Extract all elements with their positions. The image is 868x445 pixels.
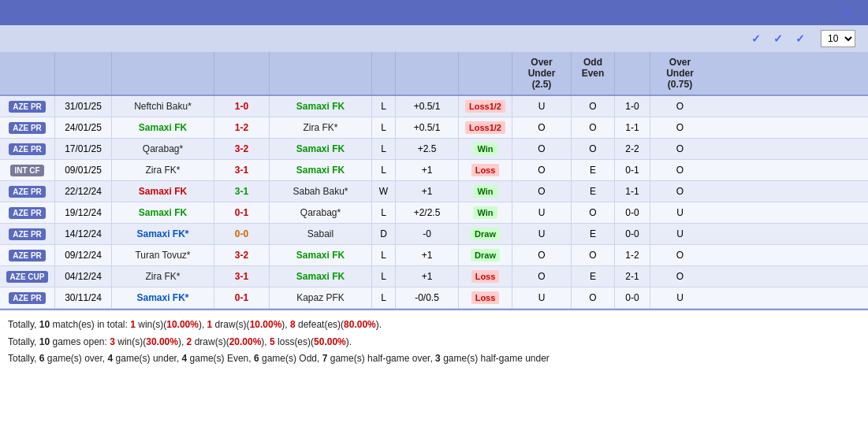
cell-ht: 1-2: [615, 245, 650, 265]
cell-oe: O: [572, 117, 615, 138]
cell-team2: Qarabag*: [270, 202, 372, 223]
cell-team2: Zira FK*: [270, 117, 372, 138]
footer-line3: Totally, 6 game(s) over, 4 game(s) under…: [8, 350, 860, 368]
filter-azecup[interactable]: ✓: [795, 32, 808, 45]
footer-line1: Totally, 10 match(es) in total: 1 win(s)…: [8, 317, 860, 334]
cell-odds: Loss: [459, 160, 512, 180]
cell-date: 09/01/25: [55, 160, 112, 180]
display-notes-check[interactable]: ✓: [844, 6, 854, 19]
cell-date: 19/12/24: [55, 202, 112, 223]
cell-date: 14/12/24: [55, 224, 112, 244]
cell-ou075: U: [650, 224, 710, 244]
cell-ou075: O: [650, 160, 710, 180]
cell-team2: Samaxi FK: [270, 160, 372, 180]
cell-ht: 0-0: [615, 224, 650, 244]
col-over-under-075: OverUnder(0.75): [650, 52, 710, 95]
cell-result: 1-0: [214, 96, 270, 117]
cell-team2: Samaxi FK: [270, 139, 372, 159]
cell-team1: Neftchi Baku*: [112, 96, 214, 117]
cell-date: 24/01/25: [55, 117, 112, 138]
cell-odds: Loss: [459, 287, 512, 308]
cell-date: 09/12/24: [55, 245, 112, 265]
cell-oe: E: [572, 160, 615, 180]
cell-result: 3-1: [214, 266, 270, 287]
cell-result: 3-2: [214, 245, 270, 265]
cell-ht: 2-2: [615, 139, 650, 159]
cell-ou075: O: [650, 96, 710, 117]
cell-wdl: L: [372, 96, 396, 117]
cell-handicap: +2/2.5: [396, 202, 459, 223]
col-over-under-25: OverUnder(2.5): [512, 52, 572, 95]
cell-team1: Samaxi FK*: [112, 224, 214, 244]
table-row: AZE PR 30/11/24 Samaxi FK* 0-1 Kapaz PFK…: [0, 287, 868, 309]
filter-intcf[interactable]: ✓: [751, 32, 764, 45]
cell-ou25: O: [512, 245, 572, 265]
col-wdl: [372, 52, 396, 95]
cell-badge: AZE PR: [0, 181, 55, 202]
table-row: AZE PR 17/01/25 Qarabag* 3-2 Samaxi FK L…: [0, 139, 868, 160]
cell-handicap: -0: [396, 224, 459, 244]
cell-oe: O: [572, 245, 615, 265]
cell-ht: 0-1: [615, 160, 650, 180]
cell-oe: O: [572, 96, 615, 117]
cell-handicap: +1: [396, 266, 459, 287]
table-row: AZE PR 09/12/24 Turan Tovuz* 3-2 Samaxi …: [0, 245, 868, 266]
cell-team2: Samaxi FK: [270, 245, 372, 265]
cell-handicap: -0/0.5: [396, 287, 459, 308]
cell-ou075: O: [650, 139, 710, 159]
filter-azepr[interactable]: ✓: [773, 32, 786, 45]
cell-team2: Sabail: [270, 224, 372, 244]
cell-ht: 2-1: [615, 266, 650, 287]
col-team2: [270, 52, 372, 95]
azecup-check: ✓: [795, 32, 805, 45]
cell-result: 0-1: [214, 202, 270, 223]
cell-result: 1-2: [214, 117, 270, 138]
cell-odds: Loss1/2: [459, 117, 512, 138]
column-headers: OverUnder(2.5) OddEven OverUnder(0.75): [0, 52, 868, 96]
cell-handicap: +1: [396, 181, 459, 202]
cell-team1: Samaxi FK*: [112, 287, 214, 308]
cell-odds: Loss1/2: [459, 96, 512, 117]
cell-odds: Draw: [459, 245, 512, 265]
cell-ht: 0-0: [615, 287, 650, 308]
cell-wdl: L: [372, 287, 396, 308]
cell-date: 22/12/24: [55, 181, 112, 202]
cell-wdl: D: [372, 224, 396, 244]
table-row: AZE PR 22/12/24 Samaxi FK 3-1 Sabah Baku…: [0, 181, 868, 202]
cell-handicap: +0.5/1: [396, 96, 459, 117]
table-row: AZE PR 14/12/24 Samaxi FK* 0-0 Sabail D …: [0, 224, 868, 245]
footer-line2: Totally, 10 games open: 3 win(s)(30.00%)…: [8, 334, 860, 351]
cell-handicap: +1: [396, 160, 459, 180]
cell-team1: Zira FK*: [112, 266, 214, 287]
cell-team2: Sabah Baku*: [270, 181, 372, 202]
cell-ou25: O: [512, 160, 572, 180]
cell-badge: AZE PR: [0, 202, 55, 223]
main-container: ✓ ✓ ✓ ✓ 10 20 30: [0, 0, 868, 374]
cell-badge: AZE PR: [0, 117, 55, 138]
cell-handicap: +1: [396, 245, 459, 265]
cell-badge: AZE PR: [0, 224, 55, 244]
cell-badge: AZE PR: [0, 96, 55, 117]
cell-oe: O: [572, 139, 615, 159]
cell-odds: Win: [459, 202, 512, 223]
filter-last: 10 20 30: [818, 30, 859, 47]
cell-wdl: L: [372, 139, 396, 159]
col-match: [0, 52, 55, 95]
table-row: AZE PR 24/01/25 Samaxi FK 1-2 Zira FK* L…: [0, 117, 868, 139]
col-date: [55, 52, 112, 95]
col-odds: [459, 52, 512, 95]
cell-odds: Loss: [459, 266, 512, 287]
cell-team1: Qarabag*: [112, 139, 214, 159]
header: ✓: [0, 0, 868, 25]
cell-ou075: O: [650, 266, 710, 287]
intcf-check: ✓: [751, 32, 761, 45]
cell-ou25: U: [512, 96, 572, 117]
table-row: AZE PR 31/01/25 Neftchi Baku* 1-0 Samaxi…: [0, 96, 868, 117]
cell-ou075: O: [650, 117, 710, 138]
table-row: AZE PR 19/12/24 Samaxi FK 0-1 Qarabag* L…: [0, 202, 868, 224]
cell-team2: Samaxi FK: [270, 96, 372, 117]
games-select[interactable]: 10 20 30: [821, 30, 855, 47]
cell-team1: Turan Tovuz*: [112, 245, 214, 265]
cell-date: 31/01/25: [55, 96, 112, 117]
cell-result: 3-2: [214, 139, 270, 159]
